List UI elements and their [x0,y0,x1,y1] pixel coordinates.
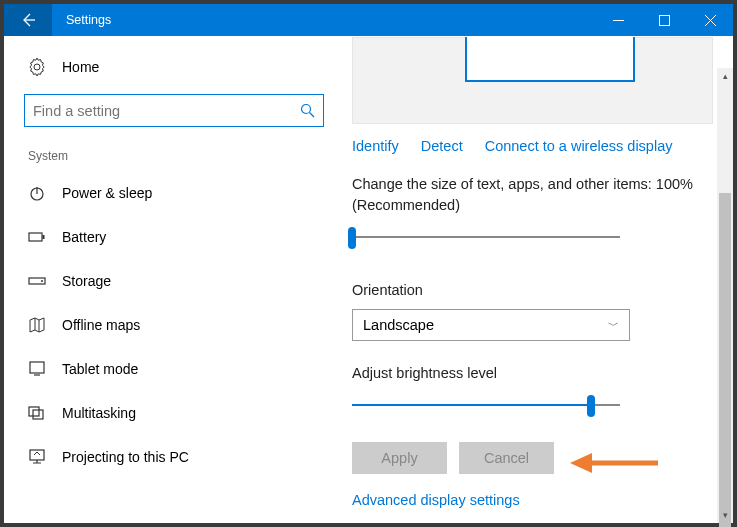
nav-label: Storage [62,273,111,289]
brightness-slider[interactable] [352,394,630,422]
scroll-up-icon[interactable]: ▴ [717,68,733,84]
cancel-button[interactable]: Cancel [459,442,554,474]
search-icon [300,103,315,118]
minimize-icon [613,15,624,26]
search-box[interactable] [24,94,324,127]
sidebar-item-projecting[interactable]: Projecting to this PC [24,435,324,479]
chevron-down-icon: ﹀ [608,318,619,333]
display-preview[interactable] [352,37,713,124]
sidebar-item-multitasking[interactable]: Multitasking [24,391,324,435]
scale-label: Change the size of text, apps, and other… [352,162,713,222]
svg-rect-8 [29,407,39,416]
titlebar: Settings [4,4,733,36]
sidebar-item-offline-maps[interactable]: Offline maps [24,303,324,347]
svg-rect-0 [659,15,669,25]
home-label: Home [62,59,99,75]
detect-link[interactable]: Detect [421,138,463,154]
apply-cancel-row: Apply Cancel [352,436,713,488]
apply-button[interactable]: Apply [352,442,447,474]
monitor-preview-icon [465,37,635,82]
nav-label: Multitasking [62,405,136,421]
svg-rect-7 [30,362,44,373]
orientation-value: Landscape [363,317,434,333]
advanced-display-link[interactable]: Advanced display settings [352,488,520,508]
slider-thumb[interactable] [587,395,595,417]
svg-point-6 [41,280,43,282]
scrollbar-thumb[interactable] [719,193,731,527]
sidebar-item-power-sleep[interactable]: Power & sleep [24,171,324,215]
back-arrow-icon [20,12,36,28]
brightness-label: Adjust brightness level [352,351,713,390]
display-links: Identify Detect Connect to a wireless di… [352,124,713,162]
nav-label: Tablet mode [62,361,138,377]
settings-window: Settings Home System Power & sleep [4,4,733,523]
back-button[interactable] [4,4,52,36]
orientation-select[interactable]: Landscape ﹀ [352,309,630,341]
svg-rect-4 [43,235,45,239]
power-icon [28,184,46,202]
storage-icon [28,272,46,290]
close-button[interactable] [687,4,733,36]
maximize-icon [659,15,670,26]
connect-wireless-link[interactable]: Connect to a wireless display [485,138,673,154]
home-button[interactable]: Home [24,36,324,94]
scrollbar[interactable]: ▴ ▾ [717,68,733,523]
slider-thumb[interactable] [348,227,356,249]
nav-label: Offline maps [62,317,140,333]
projecting-icon [28,448,46,466]
sidebar: Home System Power & sleep Battery Storag… [4,36,344,523]
close-icon [705,15,716,26]
sidebar-item-storage[interactable]: Storage [24,259,324,303]
category-label: System [24,127,324,171]
map-icon [28,316,46,334]
svg-point-1 [302,105,311,114]
main-panel: Identify Detect Connect to a wireless di… [344,36,733,523]
gear-icon [28,58,46,76]
nav-label: Power & sleep [62,185,152,201]
multitasking-icon [28,404,46,422]
minimize-button[interactable] [595,4,641,36]
tablet-icon [28,360,46,378]
scroll-down-icon[interactable]: ▾ [717,507,733,523]
sidebar-item-battery[interactable]: Battery [24,215,324,259]
scale-slider[interactable] [352,226,630,254]
svg-rect-3 [29,233,42,241]
window-controls [595,4,733,36]
search-input[interactable] [33,103,300,119]
nav-label: Battery [62,229,106,245]
slider-track [352,236,620,238]
identify-link[interactable]: Identify [352,138,399,154]
battery-icon [28,228,46,246]
nav-label: Projecting to this PC [62,449,189,465]
svg-rect-9 [33,410,43,419]
window-title: Settings [52,13,111,27]
maximize-button[interactable] [641,4,687,36]
slider-fill [352,404,591,406]
orientation-label: Orientation [352,268,713,307]
sidebar-item-tablet-mode[interactable]: Tablet mode [24,347,324,391]
content: Home System Power & sleep Battery Storag… [4,36,733,523]
